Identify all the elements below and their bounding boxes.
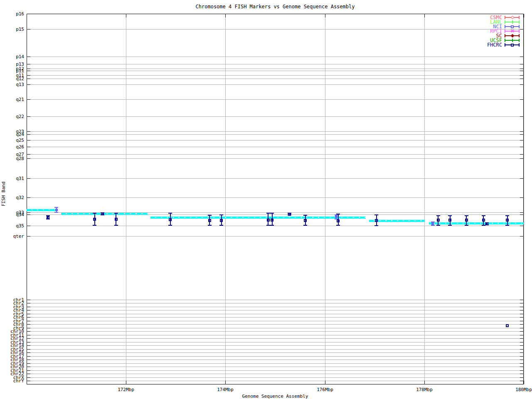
error-bar-cap-top-FHCRC xyxy=(448,215,452,216)
y-tick-label-p15: p15 xyxy=(0,27,24,32)
error-bar-cap-bottom-FHCRC xyxy=(436,225,440,226)
error-bar-cap-bottom-FHCRC xyxy=(505,225,509,226)
data-point-FHCRC-8 xyxy=(267,219,270,222)
data-point-NCI-1 xyxy=(55,209,58,211)
y-tick-label-q28: q28 xyxy=(0,156,24,161)
y-tick-label-q31: q31 xyxy=(0,176,24,181)
legend-cap-right-RPCI xyxy=(519,30,520,33)
y-tick-label-q25: q25 xyxy=(0,138,24,143)
legend-cap-right-UCSF xyxy=(519,39,520,42)
error-bar-cap-bottom-FHCRC xyxy=(303,225,307,226)
data-point-FHCRC-11 xyxy=(304,219,307,222)
legend-marker-plus-LANL xyxy=(512,20,513,24)
data-point-FHCRC-13 xyxy=(375,219,378,222)
assembly-segment-5 xyxy=(429,222,524,224)
error-bar-cap-top-FHCRC xyxy=(505,215,509,216)
legend-row-RPCI: RPCI xyxy=(466,29,520,34)
legend-label-FHCRC: FHCRC xyxy=(487,43,502,47)
legend-sample-NCI xyxy=(505,25,520,29)
chart-title: Chromosome 4 FISH Markers vs Genome Sequ… xyxy=(0,4,532,10)
data-point-NCI-3 xyxy=(431,222,434,225)
error-bar-cap-top-FHCRC xyxy=(374,214,378,215)
xtick-top-180Mbp xyxy=(524,14,524,17)
legend-sample-SC xyxy=(505,34,520,38)
legend-sample-LANL xyxy=(505,20,520,24)
y-tick-label-chrY: chrY xyxy=(0,379,24,383)
x-axis-title: Genome Sequence Assembly xyxy=(27,394,524,399)
data-point-FHCRC-10 xyxy=(288,213,291,216)
legend-row-LANL: LANL xyxy=(466,20,520,25)
legend-cap-left-RPCI xyxy=(505,30,505,33)
data-point-FHCRC-6 xyxy=(208,219,211,222)
legend-cap-right-SC xyxy=(519,34,520,37)
error-bar-cap-top-FHCRC xyxy=(93,213,96,214)
error-bar-cap-bottom-FHCRC xyxy=(465,225,468,226)
legend-row-FHCRC: FHCRC xyxy=(466,43,520,47)
legend-cap-right-NCI xyxy=(519,25,520,28)
error-bar-cap-bottom-FHCRC xyxy=(208,225,212,226)
data-point-NCI-2 xyxy=(335,215,337,218)
error-bar-cap-top-FHCRC xyxy=(208,215,212,216)
xtick-bottom-180Mbp xyxy=(524,381,524,384)
y-tick-label-q21: q21 xyxy=(0,97,24,102)
assembly-segment-1 xyxy=(27,209,57,211)
data-point-FHCRC-18 xyxy=(485,222,488,225)
data-point-FHCRC-12 xyxy=(337,219,340,222)
legend-sample-RPCI xyxy=(505,29,520,33)
x-tick-label-178Mbp: 178Mbp xyxy=(416,387,433,392)
gridline-180Mbp xyxy=(524,14,524,384)
legend-cap-left-NCI xyxy=(505,25,505,28)
y-tick-label-q32: q32 xyxy=(0,195,24,200)
legend-sample-FHCRC xyxy=(505,43,520,47)
error-bar-cap-top-FHCRC xyxy=(482,215,485,216)
legend-sample-CSMC xyxy=(505,15,520,20)
error-bar-cap-top-FHCRC xyxy=(303,215,307,216)
legend-cap-left-SC xyxy=(505,34,505,37)
data-point-FHCRC-16 xyxy=(465,219,468,222)
x-tick-label-172Mbp: 172Mbp xyxy=(118,387,134,392)
error-bar-cap-bottom-FHCRC xyxy=(336,225,340,226)
legend-cap-left-FHCRC xyxy=(505,43,505,47)
y-tick-label-qter: qter xyxy=(0,234,24,239)
y-tick-label-q13: q13 xyxy=(0,82,24,87)
legend-cap-right-LANL xyxy=(519,20,520,24)
error-bar-cap-bottom-FHCRC xyxy=(114,225,118,226)
legend-marker-square-NCI xyxy=(511,25,514,28)
legend-cap-left-UCSF xyxy=(505,39,505,42)
data-point-FHCRC-17 xyxy=(482,219,485,222)
error-bar-cap-bottom-FHCRC xyxy=(270,225,274,226)
y-tick-label-q12: q12 xyxy=(0,76,24,81)
plot-border xyxy=(27,14,524,384)
legend-marker-plus-UCSF xyxy=(512,39,513,42)
error-bar-cap-top-FHCRC xyxy=(219,214,223,215)
y-tick-label-q34: q34 xyxy=(0,212,24,217)
error-bar-cap-bottom-FHCRC xyxy=(168,225,172,226)
error-bar-cap-bottom-FHCRC xyxy=(448,225,452,226)
legend-cap-left-LANL xyxy=(505,20,505,24)
data-point-FHCRC-20 xyxy=(506,324,509,327)
y-tick-label-p14: p14 xyxy=(0,54,24,59)
y-tick-label-q35: q35 xyxy=(0,224,24,228)
legend-cap-right-FHCRC xyxy=(519,43,520,47)
error-bar-cap-top-FHCRC xyxy=(436,215,440,216)
data-point-FHCRC-19 xyxy=(506,219,509,222)
y-tick-label-q24: q24 xyxy=(0,132,24,137)
x-tick-label-176Mbp: 176Mbp xyxy=(317,387,333,392)
assembly-segment-3 xyxy=(150,217,366,219)
data-point-FHCRC-4 xyxy=(115,218,118,221)
y-tick-label-q22: q22 xyxy=(0,114,24,119)
error-bar-cap-top-FHCRC xyxy=(168,213,172,214)
error-bar-cap-bottom-FHCRC xyxy=(374,225,378,226)
data-point-FHCRC-9 xyxy=(271,219,273,222)
data-point-FHCRC-14 xyxy=(437,219,440,222)
y-tick-label-p16: p16 xyxy=(0,12,24,16)
error-bar-cap-bottom-NCI xyxy=(431,225,435,226)
data-point-FHCRC-15 xyxy=(448,219,451,222)
data-point-FHCRC-3 xyxy=(101,212,104,215)
error-bar-cap-top-NCI xyxy=(54,207,58,208)
legend-cap-right-CSMC xyxy=(519,16,520,19)
error-bar-cap-top-FHCRC xyxy=(266,213,270,214)
error-bar-cap-top-FHCRC xyxy=(465,215,468,216)
error-bar-cap-bottom-FHCRC xyxy=(219,225,223,226)
error-bar-cap-bottom-FHCRC xyxy=(266,225,270,226)
